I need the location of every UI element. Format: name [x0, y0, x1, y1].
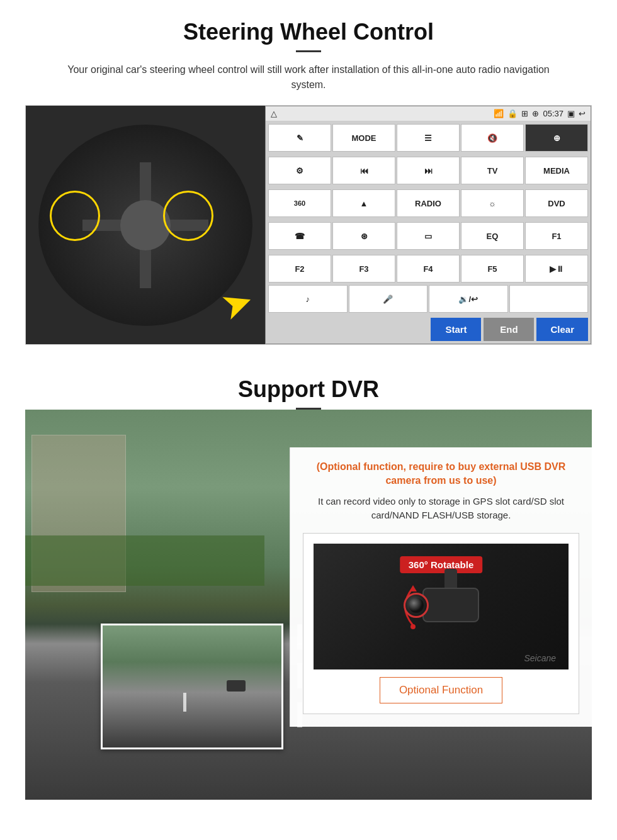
camera-main-body	[422, 588, 479, 622]
thumb-car	[227, 680, 246, 692]
nav-btn[interactable]: ✎	[268, 124, 331, 152]
clear-button[interactable]: Clear	[536, 318, 588, 341]
call-btn[interactable]: ☎	[268, 222, 331, 250]
eject-btn[interactable]: ▲	[332, 189, 395, 217]
dvr-camera-visual: 360° Rotatable	[314, 544, 569, 669]
button-grid-row5: F2 F3 F4 F5 ▶⏸	[266, 252, 591, 285]
camera-body	[404, 575, 479, 638]
camera-lens-inner	[409, 598, 424, 613]
media-btn[interactable]: MEDIA	[525, 157, 588, 184]
rewind-icon: ⏮	[360, 166, 368, 176]
arrow-indicator: ➤	[215, 277, 259, 330]
mic-btn[interactable]: 🎤	[349, 285, 428, 313]
eq-btn[interactable]: EQ	[461, 222, 524, 250]
radio-btn2[interactable]: RADIO	[397, 189, 460, 217]
statusbar-right: 📶 🔒 ⊞ ⊕ 05:37 ▣ ↩	[494, 109, 586, 118]
hedge	[25, 535, 264, 586]
steering-wheel-image: ➤	[26, 106, 265, 344]
screen-icon: ▭	[424, 232, 432, 241]
start-button[interactable]: Start	[431, 318, 481, 341]
next-btn[interactable]: ⏭	[397, 157, 460, 184]
back-icon: ↩	[579, 109, 586, 118]
dots-icon: ⊕	[553, 133, 560, 143]
f1-btn[interactable]: F1	[525, 222, 588, 250]
lock-icon: 🔒	[507, 109, 518, 118]
radio-statusbar: △ 📶 🔒 ⊞ ⊕ 05:37 ▣ ↩	[266, 106, 591, 121]
home-icon: △	[271, 109, 277, 118]
control-panel-wrapper: ➤ △ 📶 🔒 ⊞ ⊕ 05:37 ▣ ↩	[25, 105, 592, 345]
seicane-watermark: Seicane	[524, 653, 556, 663]
svg-point-1	[410, 624, 416, 629]
end-button[interactable]: End	[484, 318, 534, 341]
sun-icon: ☼	[489, 199, 496, 208]
f3-btn[interactable]: F3	[332, 255, 395, 283]
volume-icon: 🔉/↩	[458, 294, 478, 304]
360-icon: 360	[294, 199, 305, 207]
dvr-info-box: (Optional function, require to buy exter…	[290, 447, 592, 727]
music-icon: ♪	[306, 294, 310, 304]
browser-btn[interactable]: ⊛	[332, 222, 395, 250]
settings-btn[interactable]: ⚙	[268, 157, 331, 184]
tv-btn[interactable]: TV	[461, 157, 524, 184]
thumb-road-line	[183, 693, 186, 712]
left-control-circle	[50, 191, 100, 241]
music-btn[interactable]: ♪	[268, 285, 348, 313]
steering-wheel-section: Steering Wheel Control Your original car…	[0, 0, 617, 357]
f5-btn[interactable]: F5	[461, 255, 524, 283]
playpause-btn[interactable]: ▶⏸	[525, 255, 588, 283]
dvr-title: Support DVR	[25, 376, 592, 403]
steering-wheel-description: Your original car's steering wheel contr…	[57, 62, 560, 92]
mode-btn[interactable]: MODE	[332, 124, 395, 152]
optional-function-button[interactable]: Optional Function	[380, 677, 502, 703]
dvr-thumbnail	[101, 624, 283, 749]
mic-icon: 🎤	[383, 294, 393, 304]
camera-lens	[404, 593, 429, 618]
dots-btn[interactable]: ⊕	[525, 124, 588, 152]
steering-wheel-center	[120, 200, 171, 250]
mute-btn[interactable]: 🔇	[461, 124, 524, 152]
phone-icon: ☎	[295, 232, 305, 241]
pencil-icon: ✎	[297, 133, 303, 143]
prev-btn[interactable]: ⏮	[332, 157, 395, 184]
eject-icon: ▲	[360, 199, 368, 208]
button-grid-row2: ⚙ ⏮ ⏭ TV MEDIA	[266, 154, 591, 187]
f4-btn[interactable]: F4	[397, 255, 460, 283]
dvr-area: (Optional function, require to buy exter…	[25, 410, 592, 800]
statusbar-left: △	[271, 109, 277, 118]
radio-interface-panel: △ 📶 🔒 ⊞ ⊕ 05:37 ▣ ↩ ✎ MODE ☰ 🔇 ⊕	[265, 106, 591, 344]
svg-marker-0	[409, 585, 417, 591]
dvr-camera-box: 360° Rotatable	[303, 533, 579, 714]
globe-icon: ⊛	[361, 232, 368, 241]
button-grid-row4: ☎ ⊛ ▭ EQ F1	[266, 220, 591, 252]
cam360-btn[interactable]: 360	[268, 189, 331, 217]
brightness-btn[interactable]: ☼	[461, 189, 524, 217]
button-grid-row3: 360 ▲ RADIO ☼ DVD	[266, 187, 591, 220]
mute-icon: 🔇	[487, 133, 497, 143]
menu-icon: ☰	[424, 133, 432, 143]
grid-icon: ⊞	[521, 109, 528, 118]
f2-btn[interactable]: F2	[268, 255, 331, 283]
empty-btn	[509, 285, 589, 313]
forward-icon: ⏭	[424, 166, 433, 176]
mirror-btn[interactable]: ▭	[397, 222, 460, 250]
gear-icon: ⚙	[296, 166, 303, 176]
title-divider	[296, 50, 321, 52]
steering-wheel-title: Steering Wheel Control	[25, 19, 592, 45]
bt-icon: ⊕	[532, 109, 539, 118]
badge-360: 360° Rotatable	[400, 556, 483, 573]
wifi-icon: 📶	[494, 109, 504, 118]
right-control-circle	[163, 191, 213, 241]
dvd-btn[interactable]: DVD	[525, 189, 588, 217]
vol-btn[interactable]: 🔉/↩	[429, 285, 508, 313]
playpause-icon: ▶⏸	[550, 264, 564, 274]
dvr-description: It can record video only to storage in G…	[303, 495, 579, 523]
action-row: Start End Clear	[266, 315, 591, 344]
camera-mount	[444, 569, 457, 588]
button-grid-row1: ✎ MODE ☰ 🔇 ⊕	[266, 121, 591, 154]
thumb-bg	[103, 625, 281, 748]
dvr-optional-note: (Optional function, require to buy exter…	[303, 460, 579, 488]
button-grid-row6: ♪ 🎤 🔉/↩	[266, 285, 591, 315]
menu-btn[interactable]: ☰	[397, 124, 460, 152]
dvr-section: Support DVR (Optional function, require …	[0, 357, 617, 812]
window-icon: ▣	[567, 109, 575, 118]
